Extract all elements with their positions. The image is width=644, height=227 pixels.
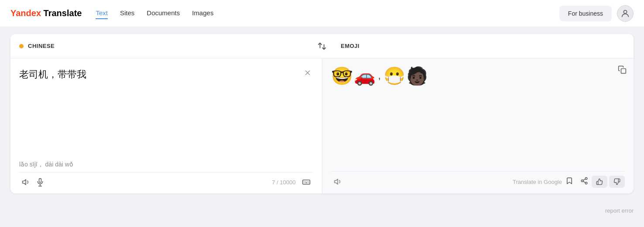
speaker-right-button[interactable] (331, 176, 345, 188)
keyboard-button[interactable] (299, 176, 313, 188)
header-right: For business (559, 5, 634, 22)
source-language-label[interactable]: CHINESE (28, 43, 312, 49)
emoji-1: 🤓 (331, 67, 353, 85)
result-panel: 🤓 🚗 , 😷 🧑🏿 (322, 58, 634, 193)
footer: report error (0, 204, 644, 217)
target-language-label[interactable]: EMOJI (332, 43, 625, 49)
nav-documents[interactable]: Documents (147, 7, 180, 19)
report-error-link[interactable]: report error (605, 207, 634, 214)
nav-text[interactable]: Text (96, 7, 108, 19)
source-text[interactable]: 老司机，带带我 (19, 67, 313, 81)
source-input-area: 老司机，带带我 (19, 67, 313, 156)
main-nav: Text Sites Documents Images (96, 7, 559, 19)
translation-panels: 老司机，带带我 lǎo sījī， dài dài wǒ (10, 58, 634, 193)
thumbs-up-button[interactable] (592, 176, 607, 188)
logo: Yandex Translate (10, 8, 82, 18)
svg-point-0 (623, 10, 627, 13)
user-avatar[interactable] (617, 5, 634, 22)
svg-line-21 (583, 179, 585, 180)
for-business-button[interactable]: For business (559, 6, 612, 21)
result-panel-bottom: Translate in Google (331, 171, 625, 188)
share-button[interactable] (577, 175, 592, 188)
svg-rect-7 (302, 180, 310, 184)
char-count: 7 / 10000 (272, 179, 295, 186)
emoji-result: 🤓 🚗 , 😷 🧑🏿 (331, 67, 625, 85)
svg-rect-4 (39, 179, 41, 183)
header: Yandex Translate Text Sites Documents Im… (0, 0, 644, 27)
language-indicator (19, 44, 24, 48)
swap-languages-button[interactable] (312, 38, 332, 54)
source-panel: 老司机，带带我 lǎo sījī， dài dài wǒ (10, 58, 322, 193)
svg-marker-16 (334, 179, 338, 184)
emoji-separator: , (378, 71, 381, 81)
emoji-4: 🧑🏿 (406, 67, 428, 85)
svg-line-20 (583, 181, 585, 183)
nav-sites[interactable]: Sites (120, 7, 134, 19)
transliteration-text: lǎo sījī， dài dài wǒ (19, 161, 313, 169)
result-area: 🤓 🚗 , 😷 🧑🏿 (331, 67, 625, 168)
language-bar: CHINESE EMOJI (10, 34, 634, 58)
thumbs-down-button[interactable] (609, 176, 625, 188)
svg-marker-3 (23, 180, 26, 185)
nav-images[interactable]: Images (192, 7, 213, 19)
translator: CHINESE EMOJI 老司机，带带我 (10, 34, 634, 193)
clear-button[interactable] (302, 67, 313, 81)
logo-yandex: Yandex (10, 8, 41, 18)
translate-in-google-link[interactable]: Translate in Google (513, 179, 562, 185)
bookmark-button[interactable] (562, 175, 577, 188)
emoji-3: 😷 (384, 67, 405, 85)
emoji-2: 🚗 (354, 67, 376, 85)
main: CHINESE EMOJI 老司机，带带我 (0, 27, 644, 204)
microphone-button[interactable] (33, 176, 47, 188)
svg-rect-15 (621, 69, 626, 74)
source-panel-bottom: 7 / 10000 (19, 172, 313, 188)
speaker-left-button[interactable] (19, 176, 33, 188)
copy-button[interactable] (618, 65, 627, 76)
